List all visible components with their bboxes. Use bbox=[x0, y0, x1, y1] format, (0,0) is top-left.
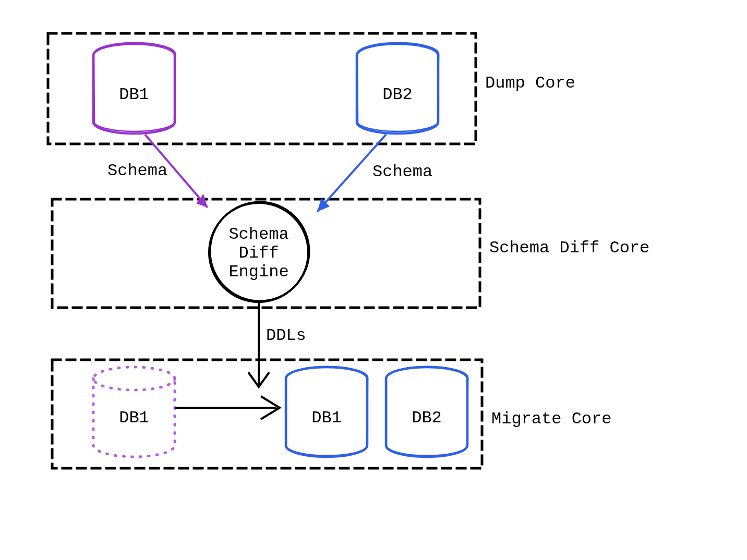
migrate-core-label: Migrate Core bbox=[491, 409, 611, 429]
db1-source-label: DB1 bbox=[119, 85, 149, 104]
engine-label-line3: Engine bbox=[228, 262, 288, 282]
db1-migrated-cylinder: DB1 bbox=[286, 367, 368, 457]
dump-core-label: Dump Core bbox=[485, 74, 575, 93]
db1-source-cylinder: DB1 bbox=[93, 43, 175, 133]
schema-diff-core-box: Schema Diff Core bbox=[52, 199, 649, 308]
db2-migrated-cylinder: DB2 bbox=[386, 367, 468, 457]
db1-migrated-label: DB1 bbox=[311, 408, 342, 428]
svg-point-9 bbox=[93, 367, 175, 390]
engine-label-line1: Schema bbox=[228, 225, 288, 244]
arrow-ddls-label: DDLs bbox=[266, 326, 306, 345]
arrow-db1-schema: Schema bbox=[107, 135, 208, 208]
arrow-db2-schema-label: Schema bbox=[372, 162, 432, 181]
db2-source-cylinder: DB2 bbox=[357, 43, 439, 133]
diagram-canvas: Dump Core DB1 DB2 Schema Diff Core Schem… bbox=[0, 0, 747, 560]
schema-diff-core-label: Schema Diff Core bbox=[489, 238, 649, 258]
schema-diff-engine-node: Schema Diff Engine bbox=[209, 202, 309, 302]
db1-ghost-label: DB1 bbox=[119, 408, 149, 428]
engine-label-line2: Diff bbox=[239, 244, 279, 263]
db1-ghost-cylinder: DB1 bbox=[93, 367, 175, 457]
arrow-db1-schema-label: Schema bbox=[107, 161, 167, 180]
db2-migrated-label: DB2 bbox=[412, 408, 442, 428]
db2-source-label: DB2 bbox=[382, 85, 413, 104]
arrow-migrate bbox=[175, 396, 280, 419]
